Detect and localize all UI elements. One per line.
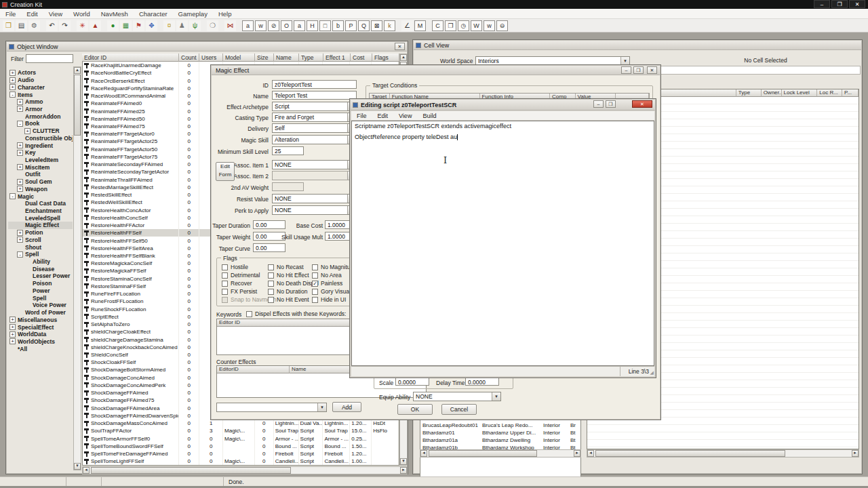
- tree-item-ability[interactable]: +Ability: [8, 258, 73, 266]
- flag-gory-visuals[interactable]: Gory Visuals: [312, 288, 353, 295]
- tree-item--all[interactable]: +*All: [8, 345, 73, 352]
- animation-icon[interactable]: ✥: [146, 20, 157, 31]
- casting-type-select[interactable]: Fire and Forget▼: [272, 113, 357, 122]
- box-b-icon[interactable]: b: [332, 20, 344, 31]
- minimum-skill-level-input[interactable]: 25: [272, 146, 304, 155]
- dispel-effects-checkbox[interactable]: Dispel Effects with these Keywords:: [246, 310, 347, 317]
- box-o-icon[interactable]: O: [281, 20, 292, 31]
- checkbox-icon[interactable]: [312, 289, 318, 295]
- script-text-area[interactable]: Scriptname z0TeleportTestSCR extends act…: [351, 121, 654, 366]
- tree-expander-icon[interactable]: -: [9, 193, 16, 199]
- cell-view-titlebar[interactable]: Cell View: [414, 41, 861, 50]
- menu-navmesh[interactable]: NavMesh: [96, 10, 134, 18]
- flag-hide-in-ui[interactable]: Hide in UI: [312, 296, 346, 303]
- flag-no-hit-effect[interactable]: No Hit Effect: [268, 272, 309, 279]
- tree-expander-icon[interactable]: +: [17, 106, 23, 112]
- tree-item-enchantment[interactable]: +Enchantment: [8, 207, 73, 215]
- flag-no-death-dispel[interactable]: No Death Dispel: [268, 280, 319, 287]
- box-x-icon[interactable]: ⊠: [371, 20, 382, 31]
- window-icon[interactable]: ❐: [445, 20, 456, 31]
- script-editor-titlebar[interactable]: Editing script z0TeleportTestSCR – ❐ ✕: [351, 100, 655, 110]
- maximize-icon[interactable]: ❐: [633, 66, 644, 74]
- scroll-left-icon[interactable]: ◄: [83, 467, 90, 474]
- keys-icon[interactable]: k: [384, 20, 395, 31]
- magic-skill-select[interactable]: Alteration▼: [272, 135, 357, 144]
- minus-circle-icon[interactable]: ⊖: [496, 20, 508, 31]
- minimize-icon[interactable]: –: [621, 66, 631, 74]
- no-entry-icon[interactable]: ⊘: [268, 20, 279, 31]
- red-cone-icon[interactable]: ▲: [90, 20, 101, 31]
- box-w2-icon[interactable]: w: [484, 20, 495, 31]
- checkbox-icon[interactable]: ✓: [312, 281, 318, 287]
- checkbox-icon[interactable]: [312, 272, 318, 279]
- box-q-icon[interactable]: Q: [358, 20, 370, 31]
- dialogue-icon[interactable]: ❍: [207, 20, 218, 31]
- tree-expander-icon[interactable]: +: [9, 324, 16, 330]
- script-menu-view[interactable]: View: [393, 113, 417, 119]
- column-header-cost[interactable]: Cost: [351, 54, 372, 62]
- flag-no-area[interactable]: No Area: [312, 272, 342, 279]
- tree-item-scroll[interactable]: +Scroll: [8, 237, 73, 244]
- box-a-icon[interactable]: a: [242, 20, 254, 31]
- scroll-up-icon[interactable]: ▲: [400, 54, 407, 61]
- checkbox-icon[interactable]: [222, 289, 228, 295]
- checkbox-icon[interactable]: [268, 281, 274, 287]
- table-row[interactable]: SpellTomeArmorFFSelf000Magic\...0Armor -…: [83, 434, 399, 442]
- flag-painless[interactable]: ✓Painless: [312, 280, 342, 287]
- magic-effect-titlebar[interactable]: Magic Effect – ❐ ✕: [212, 66, 660, 75]
- tree-expander-icon[interactable]: +: [9, 77, 16, 83]
- actor-icon[interactable]: ♟: [176, 20, 188, 31]
- scroll-thumb[interactable]: [91, 467, 291, 474]
- tree-expander-icon[interactable]: +: [9, 84, 16, 90]
- menu-file[interactable]: File: [0, 10, 21, 18]
- tree-item-worlddata[interactable]: +WorldData: [8, 331, 73, 338]
- column-header-name[interactable]: Name: [274, 54, 299, 62]
- tree-item-specialeffect[interactable]: +SpecialEffect: [8, 323, 73, 331]
- open-folder-icon[interactable]: ❐: [3, 20, 14, 31]
- maximize-icon[interactable]: ❐: [606, 100, 616, 108]
- column-header-flags[interactable]: Flags: [372, 54, 399, 62]
- column-header-users[interactable]: Users: [199, 54, 223, 62]
- menu-gameplay[interactable]: Gameplay: [173, 10, 213, 18]
- script-menu-file[interactable]: File: [351, 113, 372, 119]
- tree-item-ammo[interactable]: +Ammo: [8, 98, 73, 106]
- tree-item-constructible-objec[interactable]: +Constructible Objec: [8, 134, 73, 142]
- clock-icon[interactable]: ◷: [458, 20, 469, 31]
- script-menu-build[interactable]: Build: [417, 113, 441, 119]
- box-c-icon[interactable]: C: [432, 20, 443, 31]
- column-header-model[interactable]: Model: [223, 54, 255, 62]
- tree-item-armoraddon[interactable]: +ArmorAddon: [8, 113, 73, 120]
- tree-expander-icon[interactable]: +: [17, 186, 23, 192]
- object-column-header-p-[interactable]: P...: [842, 89, 859, 97]
- resist-value-select[interactable]: NONE▼: [272, 194, 357, 203]
- ok-button[interactable]: OK: [397, 404, 433, 415]
- cube-icon[interactable]: □: [319, 20, 331, 31]
- resize-grip[interactable]: ◢: [650, 370, 654, 375]
- preferences-icon[interactable]: ⚙: [28, 20, 40, 31]
- table-row[interactable]: SoulTrapFFActor03Magic\...0Soul TrapScri…: [83, 427, 399, 434]
- tree-expander-icon[interactable]: +: [17, 237, 23, 243]
- tree-item-disease[interactable]: +Disease: [8, 265, 73, 272]
- box-h-icon[interactable]: H: [307, 20, 318, 31]
- close-icon[interactable]: ✕: [647, 66, 657, 74]
- tree-item-lesser-power[interactable]: +Lesser Power: [8, 272, 73, 280]
- tree-item-ingredient[interactable]: +Ingredient: [8, 142, 73, 149]
- maximize-button[interactable]: ❐: [831, 0, 848, 8]
- tree-expander-icon[interactable]: +: [9, 331, 16, 338]
- tree-expander-icon[interactable]: +: [17, 164, 23, 170]
- checkbox-icon[interactable]: [222, 264, 228, 270]
- object-window-titlebar[interactable]: Object Window ✕: [7, 42, 407, 52]
- cell-objects-horizontal-scrollbar[interactable]: ◄ ►: [587, 449, 859, 458]
- flag-no-hit-event[interactable]: No Hit Event: [268, 296, 309, 303]
- close-icon[interactable]: ✕: [632, 100, 652, 108]
- landscape-icon[interactable]: ▦: [120, 20, 132, 31]
- tree-item-potion[interactable]: +Potion: [8, 229, 73, 237]
- menu-world[interactable]: World: [68, 10, 96, 18]
- flag-recover[interactable]: Recover: [222, 280, 252, 287]
- tree-expander-icon[interactable]: +: [17, 230, 23, 236]
- minimize-button[interactable]: –: [814, 0, 830, 8]
- flag-hostile[interactable]: Hostile: [222, 264, 248, 270]
- scroll-thumb[interactable]: [595, 450, 785, 457]
- tree-expander-icon[interactable]: +: [9, 317, 16, 323]
- scroll-left-icon[interactable]: ◄: [587, 450, 594, 457]
